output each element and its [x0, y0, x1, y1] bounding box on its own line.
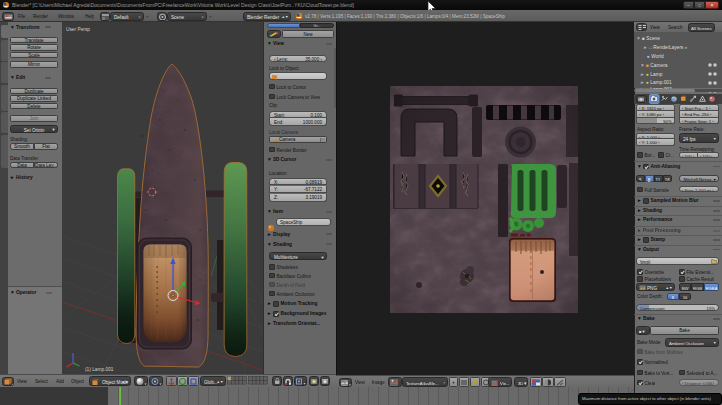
- svg-text:(1) Lamp.001: (1) Lamp.001: [85, 367, 114, 372]
- svg-text:User Persp: User Persp: [66, 27, 90, 32]
